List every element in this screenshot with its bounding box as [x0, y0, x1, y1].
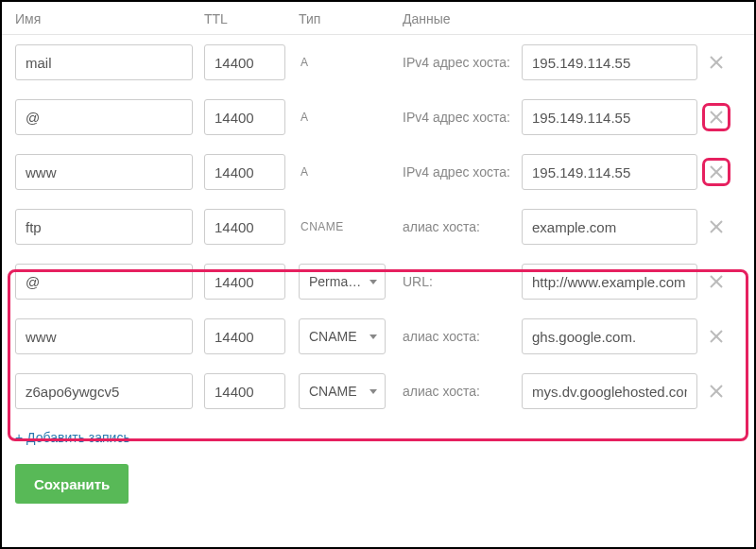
- data-input[interactable]: [522, 209, 697, 245]
- header-ttl: TTL: [204, 11, 299, 26]
- dns-row: Perman... URL:: [2, 254, 754, 309]
- type-select[interactable]: Perman...: [299, 264, 386, 300]
- name-input[interactable]: [15, 318, 193, 354]
- data-field-label: URL:: [403, 274, 516, 289]
- close-icon: [710, 165, 723, 179]
- close-icon: [710, 111, 723, 124]
- data-field-label: алиас хоста:: [403, 329, 516, 344]
- data-input[interactable]: [522, 264, 697, 300]
- type-label: A: [299, 111, 389, 124]
- ttl-input[interactable]: [204, 154, 285, 190]
- data-field-label: IPv4 адрес хоста:: [403, 164, 516, 180]
- name-input[interactable]: [15, 209, 193, 245]
- close-icon: [710, 385, 723, 398]
- type-label: A: [299, 165, 389, 179]
- save-button[interactable]: Сохранить: [15, 464, 129, 504]
- close-icon: [710, 275, 723, 288]
- data-field-label: алиас хоста:: [403, 384, 516, 399]
- data-input[interactable]: [522, 99, 697, 135]
- ttl-input[interactable]: [204, 99, 285, 135]
- type-select-label: Perman...: [309, 274, 366, 289]
- ttl-input[interactable]: [204, 264, 285, 300]
- ttl-input[interactable]: [204, 318, 285, 354]
- type-label: CNAME: [299, 220, 389, 233]
- delete-button[interactable]: [705, 161, 728, 183]
- delete-button[interactable]: [705, 106, 728, 129]
- delete-button[interactable]: [705, 380, 728, 403]
- name-input[interactable]: [15, 44, 193, 80]
- dns-row: A IPv4 адрес хоста:: [2, 145, 754, 199]
- header-data: Данные: [403, 11, 741, 26]
- data-field-label: IPv4 адрес хоста:: [403, 110, 516, 125]
- type-label: A: [299, 56, 389, 69]
- chevron-down-icon: [369, 389, 377, 394]
- type-select[interactable]: CNAME: [299, 318, 386, 354]
- data-input[interactable]: [522, 154, 697, 190]
- delete-button[interactable]: [705, 215, 728, 238]
- dns-row: CNAME алиас хоста:: [2, 199, 754, 254]
- close-icon: [710, 56, 723, 69]
- data-input[interactable]: [522, 373, 697, 409]
- data-field-label: алиас хоста:: [403, 219, 516, 234]
- ttl-input[interactable]: [204, 373, 285, 409]
- type-select-label: CNAME: [309, 329, 357, 344]
- delete-button[interactable]: [705, 270, 728, 293]
- name-input[interactable]: [15, 154, 193, 190]
- add-record-link[interactable]: + Добавить запись: [2, 419, 754, 445]
- ttl-input[interactable]: [204, 209, 285, 245]
- header-type: Тип: [299, 11, 403, 26]
- data-input[interactable]: [522, 318, 697, 354]
- data-field-label: IPv4 адрес хоста:: [403, 55, 516, 70]
- close-icon: [710, 220, 723, 233]
- ttl-input[interactable]: [204, 44, 285, 80]
- chevron-down-icon: [369, 280, 377, 284]
- dns-table-header: Имя TTL Тип Данные: [2, 2, 754, 35]
- dns-row: CNAME алиас хоста:: [2, 309, 754, 364]
- dns-row: A IPv4 адрес хоста:: [2, 35, 754, 90]
- type-select[interactable]: CNAME: [299, 373, 386, 409]
- name-input[interactable]: [15, 264, 193, 300]
- header-name: Имя: [15, 11, 204, 26]
- name-input[interactable]: [15, 99, 193, 135]
- data-input[interactable]: [522, 44, 697, 80]
- close-icon: [710, 330, 723, 343]
- chevron-down-icon: [369, 335, 377, 339]
- dns-row: CNAME алиас хоста:: [2, 364, 754, 419]
- type-select-label: CNAME: [309, 384, 357, 399]
- dns-row: A IPv4 адрес хоста:: [2, 90, 754, 145]
- delete-button[interactable]: [705, 51, 728, 74]
- name-input[interactable]: [15, 373, 193, 409]
- delete-button[interactable]: [705, 325, 728, 348]
